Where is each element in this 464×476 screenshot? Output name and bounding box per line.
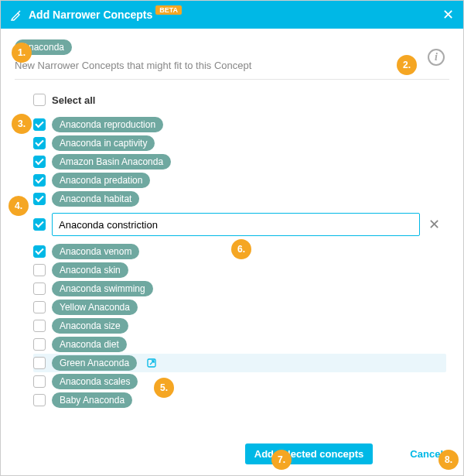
concept-row: Anaconda size — [33, 317, 442, 335]
concept-row: Amazon Basin Anaconda — [33, 152, 442, 171]
select-all-checkbox[interactable] — [33, 94, 46, 106]
add-selected-button[interactable]: Add selected concepts — [245, 443, 374, 464]
concept-pill: Anaconda predation — [52, 173, 150, 188]
concept-checkbox[interactable] — [33, 301, 46, 313]
select-all-label: Select all — [52, 94, 95, 106]
tool-icon — [10, 9, 22, 21]
concept-list: Select all Anaconda reproductionAnaconda… — [15, 80, 449, 416]
concept-checkbox[interactable] — [33, 264, 46, 276]
concept-row: Yellow Anaconda — [33, 298, 442, 317]
concept-pill: Yellow Anaconda — [52, 300, 138, 315]
concept-row: Anaconda scales — [33, 372, 442, 391]
dialog-title: Add Narrower Concepts — [29, 9, 152, 21]
info-icon[interactable]: i — [428, 49, 445, 66]
concept-pill: Anaconda venom — [52, 244, 139, 259]
concept-checkbox[interactable] — [33, 357, 46, 369]
concept-checkbox[interactable] — [33, 338, 46, 351]
concept-row: Baby Anaconda — [33, 391, 442, 409]
select-all-row: Select all — [33, 91, 442, 109]
concept-row: Anaconda diet — [33, 335, 442, 354]
concept-pill: Anaconda diet — [52, 337, 127, 352]
concept-checkbox[interactable] — [33, 174, 46, 187]
close-icon[interactable]: ✕ — [442, 8, 454, 22]
concept-pill: Anaconda swimming — [52, 281, 153, 296]
external-link-icon[interactable] — [146, 358, 157, 368]
concept-pill: Amazon Basin Anaconda — [52, 154, 171, 170]
concept-row: Anaconda in captivity — [33, 134, 442, 152]
concept-checkbox[interactable] — [33, 283, 46, 295]
beta-badge: BETA — [155, 5, 182, 15]
edit-concept-row: ✕ — [33, 213, 442, 236]
concept-pill: Baby Anaconda — [52, 392, 132, 408]
concept-checkbox[interactable] — [33, 118, 46, 131]
cancel-button[interactable]: Cancel — [404, 443, 449, 464]
concept-pill: Anaconda skin — [52, 262, 128, 278]
concept-row: Anaconda reproduction — [33, 115, 442, 134]
dialog-header: Add Narrower Concepts BETA ✕ — [1, 1, 463, 29]
concept-pill: Anaconda scales — [52, 374, 138, 389]
edit-concept-input[interactable] — [52, 213, 420, 236]
concept-pill: Anaconda reproduction — [52, 117, 163, 132]
concept-row: Anaconda skin — [33, 261, 442, 279]
concept-checkbox[interactable] — [33, 394, 46, 406]
edit-concept-checkbox[interactable] — [33, 218, 46, 231]
concept-checkbox[interactable] — [33, 137, 46, 149]
concept-pill: Anaconda habitat — [52, 191, 139, 207]
concept-pill: Anaconda — [15, 39, 72, 55]
dialog-footer: Add selected concepts Cancel — [1, 436, 463, 475]
concept-checkbox[interactable] — [33, 245, 46, 258]
concept-pill: Green Anaconda — [52, 355, 137, 371]
concept-row: Anaconda habitat — [33, 190, 442, 208]
concept-checkbox[interactable] — [33, 320, 46, 332]
concept-checkbox[interactable] — [33, 193, 46, 205]
concept-row: Anaconda swimming — [33, 279, 442, 298]
concept-pill: Anaconda in captivity — [52, 135, 155, 151]
intro-description: New Narrower Concepts that might fit to … — [15, 60, 449, 71]
concept-row: Green Anaconda — [33, 354, 446, 372]
concept-checkbox[interactable] — [33, 156, 46, 168]
clear-input-icon[interactable]: ✕ — [426, 216, 442, 233]
concept-row: Anaconda predation — [33, 171, 442, 190]
intro-section: Anaconda New Narrower Concepts that migh… — [15, 39, 449, 80]
concept-checkbox[interactable] — [33, 375, 46, 388]
concept-pill: Anaconda size — [52, 318, 128, 334]
concept-row: Anaconda venom — [33, 242, 442, 261]
